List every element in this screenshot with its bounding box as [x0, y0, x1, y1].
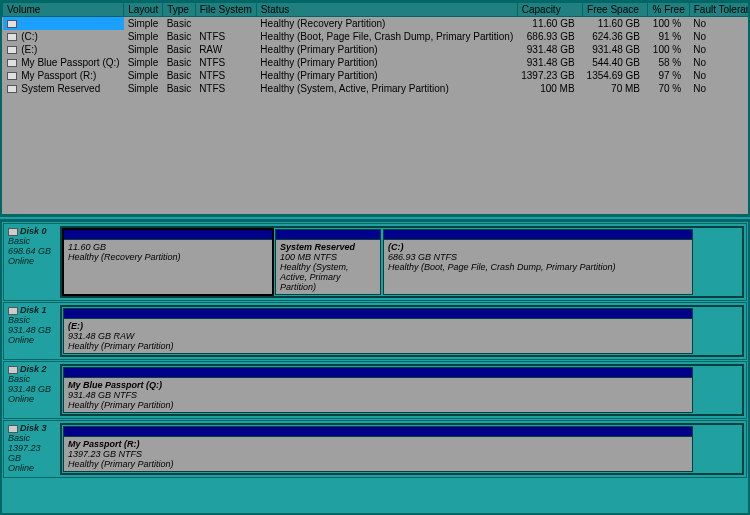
volume-cell: Healthy (System, Active, Primary Partiti… [256, 82, 517, 95]
disk-icon [8, 228, 18, 236]
volume-cell: Healthy (Primary Partition) [256, 43, 517, 56]
partition-body: My Blue Passport (Q:)931.48 GB NTFSHealt… [64, 378, 692, 412]
volume-cell: Healthy (Primary Partition) [256, 69, 517, 82]
partition[interactable]: My Blue Passport (Q:)931.48 GB NTFSHealt… [63, 367, 693, 413]
volume-cell: Healthy (Recovery Partition) [256, 17, 517, 31]
disk-row[interactable]: Disk 3Basic1397.23 GBOnlineMy Passport (… [3, 420, 747, 478]
partition[interactable]: 11.60 GBHealthy (Recovery Partition) [63, 229, 273, 295]
col-header[interactable]: Free Space [583, 3, 648, 17]
volume-icon [7, 59, 17, 67]
volume-icon [7, 33, 17, 41]
partition-body: My Passport (R:)1397.23 GB NTFSHealthy (… [64, 437, 692, 471]
col-header[interactable]: Fault Tolerance [689, 3, 750, 17]
partition[interactable]: (E:)931.48 GB RAWHealthy (Primary Partit… [63, 308, 693, 354]
volume-cell: Simple [124, 17, 163, 31]
partition-color-bar [276, 230, 380, 240]
volume-cell: NTFS [195, 30, 256, 43]
volume-cell: Basic [163, 43, 195, 56]
partition[interactable]: System Reserved100 MB NTFSHealthy (Syste… [275, 229, 381, 295]
volume-cell: 97 % [648, 69, 689, 82]
volume-cell: 91 % [648, 30, 689, 43]
volume-cell [3, 17, 124, 31]
partition[interactable]: My Passport (R:)1397.23 GB NTFSHealthy (… [63, 426, 693, 472]
disk-icon [8, 425, 18, 433]
disk-icon [8, 366, 18, 374]
volume-row[interactable]: My Passport (R:)SimpleBasicNTFSHealthy (… [3, 69, 751, 82]
volume-cell: No [689, 17, 750, 31]
partition-color-bar [64, 309, 692, 319]
volume-cell: 624.36 GB [583, 30, 648, 43]
volume-row[interactable]: System ReservedSimpleBasicNTFSHealthy (S… [3, 82, 751, 95]
volume-cell: 11.60 GB [517, 17, 582, 31]
disk-row[interactable]: Disk 1Basic931.48 GBOnline (E:)931.48 GB… [3, 302, 747, 360]
disk-info: Disk 2Basic931.48 GBOnline [4, 362, 58, 418]
volume-row[interactable]: (C:)SimpleBasicNTFSHealthy (Boot, Page F… [3, 30, 751, 43]
volume-cell: Simple [124, 82, 163, 95]
disk-partitions: (E:)931.48 GB RAWHealthy (Primary Partit… [60, 305, 744, 357]
volume-cell: Healthy (Primary Partition) [256, 56, 517, 69]
volume-list-pane[interactable]: VolumeLayoutTypeFile SystemStatusCapacit… [0, 0, 750, 216]
volume-icon [7, 46, 17, 54]
partition-color-bar [64, 230, 272, 240]
disk-partitions: My Passport (R:)1397.23 GB NTFSHealthy (… [60, 423, 744, 475]
col-header[interactable]: Capacity [517, 3, 582, 17]
volume-icon [7, 85, 17, 93]
volume-cell: 931.48 GB [583, 43, 648, 56]
disk-partitions: My Blue Passport (Q:)931.48 GB NTFSHealt… [60, 364, 744, 416]
volume-cell: RAW [195, 43, 256, 56]
volume-row[interactable]: (E:)SimpleBasicRAWHealthy (Primary Parti… [3, 43, 751, 56]
col-header[interactable]: Volume [3, 3, 124, 17]
volume-cell: NTFS [195, 56, 256, 69]
partition-color-bar [384, 230, 692, 240]
disk-partitions: 11.60 GBHealthy (Recovery Partition)Syst… [60, 226, 744, 298]
volume-cell: 58 % [648, 56, 689, 69]
partition-body: 11.60 GBHealthy (Recovery Partition) [64, 240, 272, 294]
volume-cell: 11.60 GB [583, 17, 648, 31]
volume-cell: Basic [163, 69, 195, 82]
col-header[interactable]: File System [195, 3, 256, 17]
col-header[interactable]: Status [256, 3, 517, 17]
disk-row[interactable]: Disk 2Basic931.48 GBOnlineMy Blue Passpo… [3, 361, 747, 419]
volume-cell: Simple [124, 43, 163, 56]
volume-icon [7, 20, 17, 28]
volume-cell: No [689, 69, 750, 82]
volume-cell: No [689, 43, 750, 56]
volume-cell: Basic [163, 17, 195, 31]
partition-body: System Reserved100 MB NTFSHealthy (Syste… [276, 240, 380, 294]
volume-cell: 686.93 GB [517, 30, 582, 43]
volume-cell [195, 17, 256, 31]
volume-table[interactable]: VolumeLayoutTypeFile SystemStatusCapacit… [2, 2, 750, 95]
col-header[interactable]: Type [163, 3, 195, 17]
volume-cell: 931.48 GB [517, 56, 582, 69]
volume-cell: 1397.23 GB [517, 69, 582, 82]
volume-cell: System Reserved [3, 82, 124, 95]
partition[interactable]: (C:)686.93 GB NTFSHealthy (Boot, Page Fi… [383, 229, 693, 295]
volume-cell: Basic [163, 56, 195, 69]
partition-color-bar [64, 368, 692, 378]
partition-color-bar [64, 427, 692, 437]
disk-info: Disk 0Basic698.64 GBOnline [4, 224, 58, 300]
col-header[interactable]: % Free [648, 3, 689, 17]
volume-cell: 70 % [648, 82, 689, 95]
volume-cell: 100 % [648, 17, 689, 31]
disk-row[interactable]: Disk 0Basic698.64 GBOnline11.60 GBHealth… [3, 223, 747, 301]
volume-cell: Simple [124, 30, 163, 43]
volume-row[interactable]: SimpleBasicHealthy (Recovery Partition)1… [3, 17, 751, 31]
volume-cell: My Blue Passport (Q:) [3, 56, 124, 69]
volume-cell: My Passport (R:) [3, 69, 124, 82]
volume-cell: 70 MB [583, 82, 648, 95]
volume-icon [7, 72, 17, 80]
disk-info: Disk 1Basic931.48 GBOnline [4, 303, 58, 359]
volume-cell: Basic [163, 30, 195, 43]
volume-cell: 544.40 GB [583, 56, 648, 69]
disk-icon [8, 307, 18, 315]
disk-map-pane[interactable]: Disk 0Basic698.64 GBOnline11.60 GBHealth… [0, 220, 750, 515]
col-header[interactable]: Layout [124, 3, 163, 17]
volume-cell: NTFS [195, 69, 256, 82]
volume-cell: No [689, 56, 750, 69]
volume-cell: 100 MB [517, 82, 582, 95]
volume-cell: (C:) [3, 30, 124, 43]
volume-cell: No [689, 82, 750, 95]
volume-row[interactable]: My Blue Passport (Q:)SimpleBasicNTFSHeal… [3, 56, 751, 69]
volume-cell: 931.48 GB [517, 43, 582, 56]
